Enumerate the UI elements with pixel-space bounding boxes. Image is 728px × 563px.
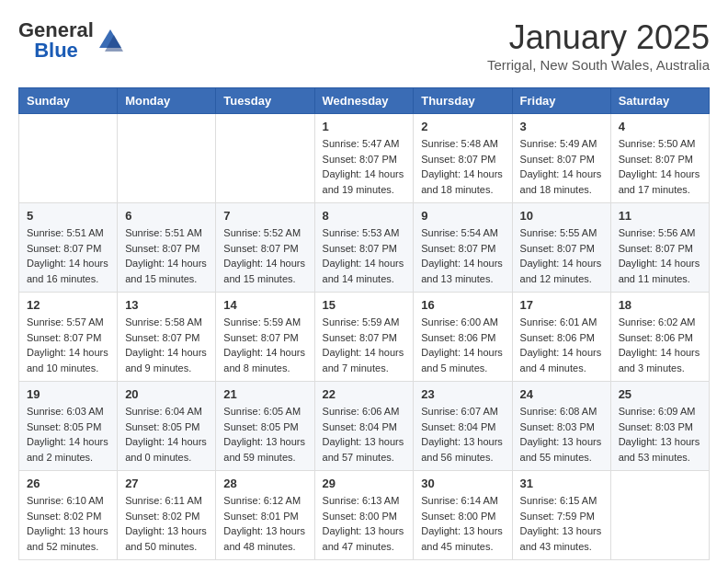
week-row-1: 1Sunrise: 5:47 AM Sunset: 8:07 PM Daylig… <box>19 114 710 203</box>
day-info: Sunrise: 5:59 AM Sunset: 8:07 PM Dayligh… <box>223 315 306 375</box>
day-info: Sunrise: 5:51 AM Sunset: 8:07 PM Dayligh… <box>27 225 109 286</box>
day-number: 13 <box>125 298 208 312</box>
calendar-cell: 13Sunrise: 5:58 AM Sunset: 8:07 PM Dayli… <box>118 293 216 382</box>
calendar-cell <box>216 114 314 203</box>
weekday-header-saturday: Saturday <box>610 88 709 114</box>
day-info: Sunrise: 6:09 AM Sunset: 8:03 PM Dayligh… <box>619 404 701 465</box>
calendar-cell: 4Sunrise: 5:50 AM Sunset: 8:07 PM Daylig… <box>610 114 709 203</box>
day-info: Sunrise: 6:06 AM Sunset: 8:04 PM Dayligh… <box>323 404 406 465</box>
day-number: 14 <box>223 298 306 312</box>
day-number: 5 <box>27 209 109 223</box>
calendar-cell: 9Sunrise: 5:54 AM Sunset: 8:07 PM Daylig… <box>414 203 512 293</box>
day-info: Sunrise: 6:10 AM Sunset: 8:02 PM Dayligh… <box>27 493 109 554</box>
location: Terrigal, New South Wales, Australia <box>487 57 710 73</box>
day-info: Sunrise: 5:55 AM Sunset: 8:07 PM Dayligh… <box>520 225 603 286</box>
calendar-cell <box>610 471 709 560</box>
calendar-cell: 24Sunrise: 6:08 AM Sunset: 8:03 PM Dayli… <box>512 382 610 471</box>
day-number: 25 <box>619 387 701 401</box>
week-row-3: 12Sunrise: 5:57 AM Sunset: 8:07 PM Dayli… <box>19 293 710 382</box>
day-number: 29 <box>323 477 406 490</box>
calendar-cell: 22Sunrise: 6:06 AM Sunset: 8:04 PM Dayli… <box>314 382 414 471</box>
day-info: Sunrise: 5:50 AM Sunset: 8:07 PM Dayligh… <box>619 136 701 197</box>
calendar-cell: 12Sunrise: 5:57 AM Sunset: 8:07 PM Dayli… <box>19 293 118 382</box>
day-number: 28 <box>223 477 306 490</box>
week-row-5: 26Sunrise: 6:10 AM Sunset: 8:02 PM Dayli… <box>19 471 710 560</box>
day-info: Sunrise: 6:01 AM Sunset: 8:06 PM Dayligh… <box>520 315 603 375</box>
calendar-cell: 16Sunrise: 6:00 AM Sunset: 8:06 PM Dayli… <box>414 293 512 382</box>
day-info: Sunrise: 5:58 AM Sunset: 8:07 PM Dayligh… <box>125 315 208 375</box>
day-number: 17 <box>520 298 603 312</box>
day-number: 26 <box>27 477 109 490</box>
weekday-header-wednesday: Wednesday <box>314 88 414 114</box>
weekday-header-sunday: Sunday <box>19 88 118 114</box>
calendar-cell: 3Sunrise: 5:49 AM Sunset: 8:07 PM Daylig… <box>512 114 610 203</box>
calendar-cell: 27Sunrise: 6:11 AM Sunset: 8:02 PM Dayli… <box>118 471 216 560</box>
day-info: Sunrise: 5:51 AM Sunset: 8:07 PM Dayligh… <box>125 225 208 286</box>
calendar-cell <box>118 114 216 203</box>
day-info: Sunrise: 6:05 AM Sunset: 8:05 PM Dayligh… <box>223 404 306 465</box>
calendar-cell: 21Sunrise: 6:05 AM Sunset: 8:05 PM Dayli… <box>216 382 314 471</box>
day-number: 10 <box>520 209 603 223</box>
day-number: 8 <box>323 209 406 223</box>
day-number: 2 <box>421 120 504 133</box>
week-row-2: 5Sunrise: 5:51 AM Sunset: 8:07 PM Daylig… <box>19 203 710 293</box>
calendar-cell: 17Sunrise: 6:01 AM Sunset: 8:06 PM Dayli… <box>512 293 610 382</box>
day-info: Sunrise: 6:04 AM Sunset: 8:05 PM Dayligh… <box>125 404 208 465</box>
calendar-cell: 6Sunrise: 5:51 AM Sunset: 8:07 PM Daylig… <box>118 203 216 293</box>
title-block: January 2025 Terrigal, New South Wales, … <box>487 18 710 73</box>
day-info: Sunrise: 6:08 AM Sunset: 8:03 PM Dayligh… <box>520 404 603 465</box>
month-title: January 2025 <box>487 18 710 57</box>
day-info: Sunrise: 6:15 AM Sunset: 7:59 PM Dayligh… <box>520 493 603 554</box>
day-info: Sunrise: 5:56 AM Sunset: 8:07 PM Dayligh… <box>619 225 701 286</box>
day-info: Sunrise: 6:12 AM Sunset: 8:01 PM Dayligh… <box>223 493 306 554</box>
week-row-4: 19Sunrise: 6:03 AM Sunset: 8:05 PM Dayli… <box>19 382 710 471</box>
calendar-cell: 18Sunrise: 6:02 AM Sunset: 8:06 PM Dayli… <box>610 293 709 382</box>
day-number: 12 <box>27 298 109 312</box>
day-number: 7 <box>223 209 306 223</box>
day-number: 11 <box>619 209 701 223</box>
calendar-cell: 19Sunrise: 6:03 AM Sunset: 8:05 PM Dayli… <box>19 382 118 471</box>
day-number: 15 <box>323 298 406 312</box>
weekday-header-row: SundayMondayTuesdayWednesdayThursdayFrid… <box>19 88 710 114</box>
calendar-cell: 15Sunrise: 5:59 AM Sunset: 8:07 PM Dayli… <box>314 293 414 382</box>
day-info: Sunrise: 6:07 AM Sunset: 8:04 PM Dayligh… <box>421 404 504 465</box>
day-info: Sunrise: 5:52 AM Sunset: 8:07 PM Dayligh… <box>223 225 306 286</box>
day-info: Sunrise: 6:03 AM Sunset: 8:05 PM Dayligh… <box>27 404 109 465</box>
day-number: 19 <box>27 387 109 401</box>
day-info: Sunrise: 5:49 AM Sunset: 8:07 PM Dayligh… <box>520 136 603 197</box>
day-info: Sunrise: 6:00 AM Sunset: 8:06 PM Dayligh… <box>421 315 504 375</box>
calendar-cell: 30Sunrise: 6:14 AM Sunset: 8:00 PM Dayli… <box>414 471 512 560</box>
calendar-cell: 8Sunrise: 5:53 AM Sunset: 8:07 PM Daylig… <box>314 203 414 293</box>
day-number: 3 <box>520 120 603 133</box>
day-number: 6 <box>125 209 208 223</box>
logo-blue: Blue <box>34 39 78 63</box>
calendar-cell: 23Sunrise: 6:07 AM Sunset: 8:04 PM Dayli… <box>414 382 512 471</box>
logo: General Blue <box>18 18 123 63</box>
day-number: 30 <box>421 477 504 490</box>
page-header: General Blue January 2025 Terrigal, New … <box>18 18 710 73</box>
day-number: 31 <box>520 477 603 490</box>
calendar-cell: 1Sunrise: 5:47 AM Sunset: 8:07 PM Daylig… <box>314 114 414 203</box>
day-number: 9 <box>421 209 504 223</box>
day-info: Sunrise: 5:48 AM Sunset: 8:07 PM Dayligh… <box>421 136 504 197</box>
calendar-cell: 20Sunrise: 6:04 AM Sunset: 8:05 PM Dayli… <box>118 382 216 471</box>
day-number: 22 <box>323 387 406 401</box>
weekday-header-monday: Monday <box>118 88 216 114</box>
day-number: 18 <box>619 298 701 312</box>
day-info: Sunrise: 5:54 AM Sunset: 8:07 PM Dayligh… <box>421 225 504 286</box>
calendar-cell: 29Sunrise: 6:13 AM Sunset: 8:00 PM Dayli… <box>314 471 414 560</box>
day-info: Sunrise: 6:14 AM Sunset: 8:00 PM Dayligh… <box>421 493 504 554</box>
calendar-cell: 28Sunrise: 6:12 AM Sunset: 8:01 PM Dayli… <box>216 471 314 560</box>
day-info: Sunrise: 5:57 AM Sunset: 8:07 PM Dayligh… <box>27 315 109 375</box>
calendar-cell: 14Sunrise: 5:59 AM Sunset: 8:07 PM Dayli… <box>216 293 314 382</box>
day-number: 21 <box>223 387 306 401</box>
calendar-cell: 11Sunrise: 5:56 AM Sunset: 8:07 PM Dayli… <box>610 203 709 293</box>
day-number: 4 <box>619 120 701 133</box>
logo-icon <box>97 28 123 53</box>
calendar-cell: 10Sunrise: 5:55 AM Sunset: 8:07 PM Dayli… <box>512 203 610 293</box>
calendar-cell: 25Sunrise: 6:09 AM Sunset: 8:03 PM Dayli… <box>610 382 709 471</box>
calendar-cell: 31Sunrise: 6:15 AM Sunset: 7:59 PM Dayli… <box>512 471 610 560</box>
weekday-header-tuesday: Tuesday <box>216 88 314 114</box>
calendar-cell <box>19 114 118 203</box>
day-info: Sunrise: 6:11 AM Sunset: 8:02 PM Dayligh… <box>125 493 208 554</box>
